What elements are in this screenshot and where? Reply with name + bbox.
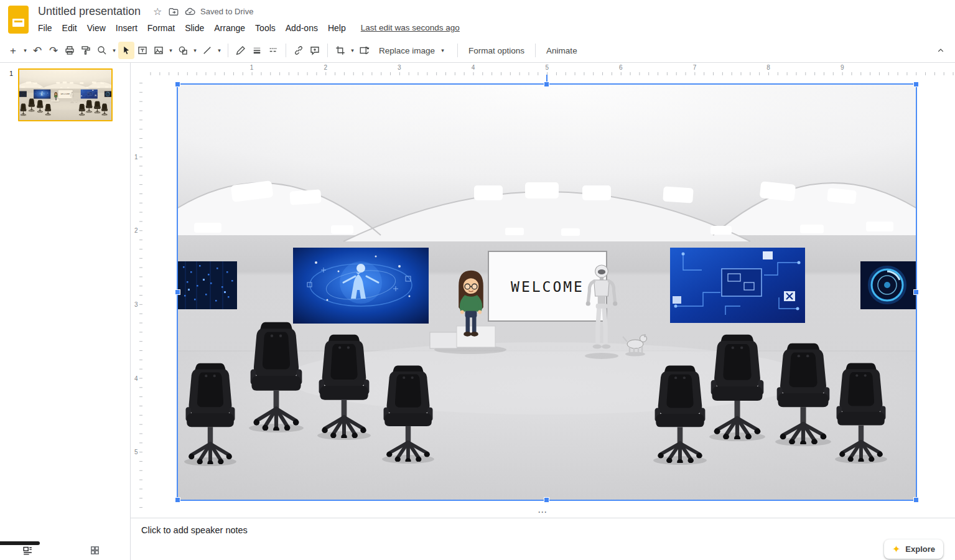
- border-color-button[interactable]: [233, 42, 249, 59]
- ruler-number: 2: [324, 64, 328, 71]
- new-slide-caret[interactable]: ▾: [21, 47, 29, 54]
- resize-handle-top-right[interactable]: [914, 82, 918, 86]
- format-options-button[interactable]: Format options: [462, 42, 531, 59]
- toolbar-divider: [228, 44, 228, 57]
- slide-number: 1: [4, 68, 18, 121]
- slide-canvas[interactable]: [178, 85, 916, 500]
- zoom-icon: [96, 45, 108, 56]
- pen-icon: [235, 45, 246, 56]
- speaker-notes-placeholder[interactable]: Click to add speaker notes: [141, 525, 955, 535]
- menu-item-slide[interactable]: Slide: [180, 21, 209, 35]
- insert-image-button[interactable]: [151, 42, 167, 59]
- ruler-number: 4: [472, 64, 475, 71]
- resize-handle-bottom-right[interactable]: [914, 498, 918, 502]
- image-icon: [153, 45, 164, 56]
- toolbar-divider: [535, 44, 536, 57]
- ruler-number: 9: [841, 64, 844, 71]
- menu-item-addons[interactable]: Add-ons: [281, 21, 323, 35]
- filmstrip-view-button[interactable]: [20, 543, 35, 558]
- text-box-icon: [137, 45, 148, 56]
- redo-icon: ↷: [49, 45, 58, 56]
- zoom-caret[interactable]: ▾: [110, 47, 118, 54]
- resize-handle-top-center[interactable]: [544, 82, 549, 86]
- plus-icon: +: [10, 45, 16, 56]
- print-button[interactable]: [62, 42, 78, 59]
- text-box-button[interactable]: [134, 42, 151, 59]
- line-dash-icon: [268, 45, 279, 56]
- explore-button[interactable]: ✦ Explore: [884, 539, 943, 559]
- move-to-folder-button[interactable]: [165, 4, 182, 20]
- crop-caret[interactable]: ▾: [348, 47, 356, 54]
- notes-resize-handle[interactable]: ⋯: [538, 507, 548, 516]
- insert-line-button[interactable]: [199, 42, 215, 59]
- menu-item-file[interactable]: File: [33, 21, 57, 35]
- border-dash-button[interactable]: [265, 42, 281, 59]
- toolbar-divider: [286, 44, 286, 57]
- slide-editing-canvas[interactable]: 1 2 3 4 5 6 7 8 9 1 2 3 4 5: [131, 63, 955, 560]
- ruler-number: 1: [134, 153, 138, 160]
- line-caret[interactable]: ▾: [215, 47, 223, 54]
- mask-image-button[interactable]: [356, 42, 373, 59]
- crop-button[interactable]: [332, 42, 348, 59]
- grid-view-button[interactable]: [87, 543, 102, 558]
- paint-format-button[interactable]: [78, 42, 94, 59]
- last-edit-link[interactable]: Last edit was seconds ago: [361, 23, 460, 32]
- speaker-notes-panel[interactable]: Click to add speaker notes: [131, 518, 955, 560]
- menu-item-format[interactable]: Format: [142, 21, 180, 35]
- menu-item-edit[interactable]: Edit: [57, 21, 82, 35]
- slide-image-360-classroom[interactable]: [178, 85, 916, 500]
- animate-button[interactable]: Animate: [540, 42, 584, 59]
- document-title[interactable]: Untitled presentation: [38, 5, 141, 18]
- image-caret[interactable]: ▾: [167, 47, 175, 54]
- toolbar-divider: [327, 44, 328, 57]
- resize-handle-bottom-left[interactable]: [175, 498, 180, 502]
- ruler-number: 6: [619, 64, 623, 71]
- menu-bar: File Edit View Insert Format Slide Arran…: [33, 21, 460, 35]
- slide-filmstrip: 1: [0, 63, 131, 560]
- add-comment-button[interactable]: [307, 42, 323, 59]
- ruler-number: 2: [134, 227, 138, 234]
- undo-button[interactable]: ↶: [29, 42, 45, 59]
- explore-label: Explore: [905, 544, 935, 554]
- menu-item-arrange[interactable]: Arrange: [209, 21, 250, 35]
- replace-image-button[interactable]: Replace image ▾: [373, 42, 453, 59]
- collapse-toolbar-button[interactable]: [933, 42, 949, 59]
- vertical-ruler: 1 2 3 4 5: [131, 75, 143, 511]
- paint-format-icon: [80, 45, 91, 56]
- star-icon: ☆: [153, 7, 162, 17]
- chevron-up-icon: [935, 45, 946, 56]
- insert-link-button[interactable]: [291, 42, 307, 59]
- slide-thumbnail-image[interactable]: [18, 68, 113, 121]
- ruler-number: 7: [693, 64, 697, 71]
- replace-image-caret: ▾: [439, 47, 447, 54]
- insert-shape-button[interactable]: [175, 42, 191, 59]
- redo-button[interactable]: ↷: [45, 42, 62, 59]
- crop-icon: [335, 45, 346, 56]
- toolbar: + ▾ ↶ ↷ ▾ ▾ ▾: [0, 39, 955, 63]
- resize-handle-bottom-center[interactable]: [544, 498, 549, 502]
- ruler-number: 3: [134, 301, 138, 307]
- slides-logo[interactable]: [8, 6, 29, 34]
- resize-handle-mid-left[interactable]: [175, 290, 180, 294]
- menu-item-insert[interactable]: Insert: [111, 21, 142, 35]
- star-document-button[interactable]: ☆: [149, 4, 165, 20]
- select-tool-button[interactable]: [118, 42, 134, 59]
- shape-caret[interactable]: ▾: [191, 47, 199, 54]
- thumbnail-selection-tint: [19, 70, 111, 120]
- zoom-button[interactable]: [94, 42, 110, 59]
- new-slide-button[interactable]: +: [5, 42, 21, 59]
- resize-handle-top-left[interactable]: [175, 82, 180, 86]
- explore-star-icon: ✦: [892, 544, 900, 554]
- menu-item-view[interactable]: View: [82, 21, 111, 35]
- menu-item-help[interactable]: Help: [323, 21, 351, 35]
- filmstrip-view-icon: [22, 545, 33, 556]
- saved-to-drive-status[interactable]: Saved to Drive: [184, 6, 253, 17]
- resize-handle-mid-right[interactable]: [914, 290, 918, 294]
- print-icon: [64, 45, 75, 56]
- menu-item-tools[interactable]: Tools: [250, 21, 281, 35]
- ruler-number: 4: [134, 375, 138, 381]
- slide-thumbnail-1[interactable]: 1: [0, 68, 130, 121]
- comment-icon: [309, 45, 320, 56]
- ruler-number: 5: [134, 449, 138, 455]
- border-weight-button[interactable]: [249, 42, 265, 59]
